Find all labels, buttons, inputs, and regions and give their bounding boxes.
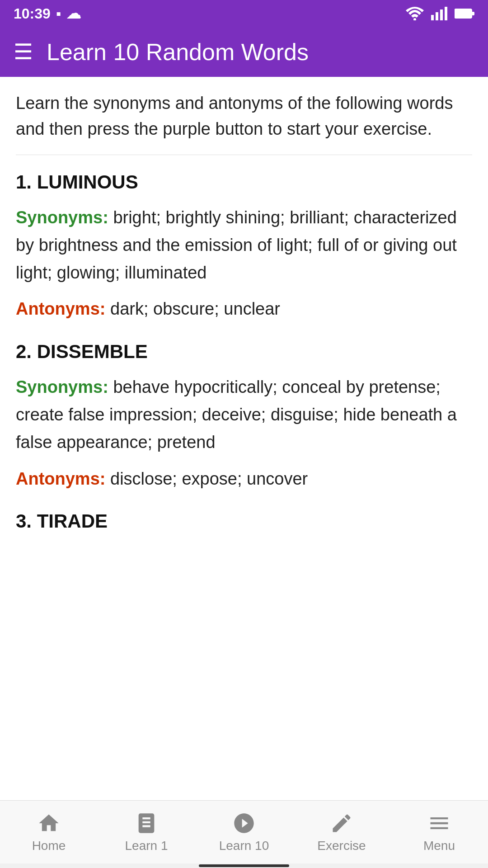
learn10-icon xyxy=(232,811,256,835)
nav-exercise[interactable]: Exercise xyxy=(293,811,390,853)
battery-icon xyxy=(455,8,474,19)
word-title-2: 2. DISSEMBLE xyxy=(16,341,472,363)
antonyms-text-1: dark; obscure; unclear xyxy=(110,299,280,318)
svg-rect-5 xyxy=(455,9,472,18)
word-title-1: 1. LUMINOUS xyxy=(16,171,472,193)
app-header: ☰ Learn 10 Random Words xyxy=(0,27,488,77)
svg-rect-4 xyxy=(445,7,447,20)
nav-exercise-label: Exercise xyxy=(317,839,366,853)
learn1-icon xyxy=(135,811,158,835)
status-bar-left: 10:39 ▪ ☁ xyxy=(14,5,81,22)
word-entry-2: 2. DISSEMBLE Synonyms: behave hypocritic… xyxy=(16,341,472,492)
intro-divider xyxy=(16,155,472,155)
nav-learn1-label: Learn 1 xyxy=(125,839,168,853)
intro-text: Learn the synonyms and antonyms of the f… xyxy=(16,90,472,142)
status-bar-right xyxy=(406,7,474,20)
status-app-icon: ▪ xyxy=(56,5,61,22)
nav-learn10[interactable]: Learn 10 xyxy=(195,811,293,853)
nav-learn1[interactable]: Learn 1 xyxy=(98,811,195,853)
home-indicator xyxy=(0,863,488,868)
word-title-3-partial: 3. TIRADE xyxy=(16,510,472,537)
home-icon xyxy=(37,811,61,835)
content-area: Learn the synonyms and antonyms of the f… xyxy=(0,77,488,800)
svg-rect-6 xyxy=(472,12,474,15)
nav-learn10-label: Learn 10 xyxy=(219,839,269,853)
antonyms-text-2: disclose; expose; uncover xyxy=(110,469,308,488)
antonyms-label-2: Antonyms: xyxy=(16,469,105,488)
nav-menu-label: Menu xyxy=(423,839,455,853)
svg-rect-3 xyxy=(440,9,443,20)
page-title: Learn 10 Random Words xyxy=(47,38,309,66)
word-entry-1: 1. LUMINOUS Synonyms: bright; brightly s… xyxy=(16,171,472,323)
synonyms-block-2: Synonyms: behave hypocritically; conceal… xyxy=(16,373,472,456)
status-bar: 10:39 ▪ ☁ xyxy=(0,0,488,27)
word-entry-3-partial: 3. TIRADE xyxy=(16,510,472,537)
home-bar xyxy=(199,864,289,867)
svg-rect-1 xyxy=(431,15,434,20)
svg-rect-2 xyxy=(436,12,438,20)
hamburger-menu-icon[interactable]: ☰ xyxy=(14,41,33,63)
status-cloud-icon: ☁ xyxy=(66,5,81,22)
synonyms-block-1: Synonyms: bright; brightly shining; bril… xyxy=(16,204,472,286)
exercise-icon xyxy=(330,811,353,835)
antonyms-block-2: Antonyms: disclose; expose; uncover xyxy=(16,465,472,493)
antonyms-block-1: Antonyms: dark; obscure; unclear xyxy=(16,295,472,323)
nav-menu[interactable]: Menu xyxy=(390,811,488,853)
svg-point-0 xyxy=(413,18,416,20)
signal-icon xyxy=(431,7,447,20)
bottom-nav: Home Learn 1 Learn 10 Exercise Menu xyxy=(0,800,488,863)
synonyms-label-2: Synonyms: xyxy=(16,377,108,396)
status-time: 10:39 xyxy=(14,5,51,22)
nav-home[interactable]: Home xyxy=(0,811,98,853)
nav-home-label: Home xyxy=(32,839,66,853)
menu-icon xyxy=(427,811,451,835)
synonyms-label-1: Synonyms: xyxy=(16,208,108,227)
antonyms-label-1: Antonyms: xyxy=(16,299,105,318)
wifi-icon xyxy=(406,7,424,20)
